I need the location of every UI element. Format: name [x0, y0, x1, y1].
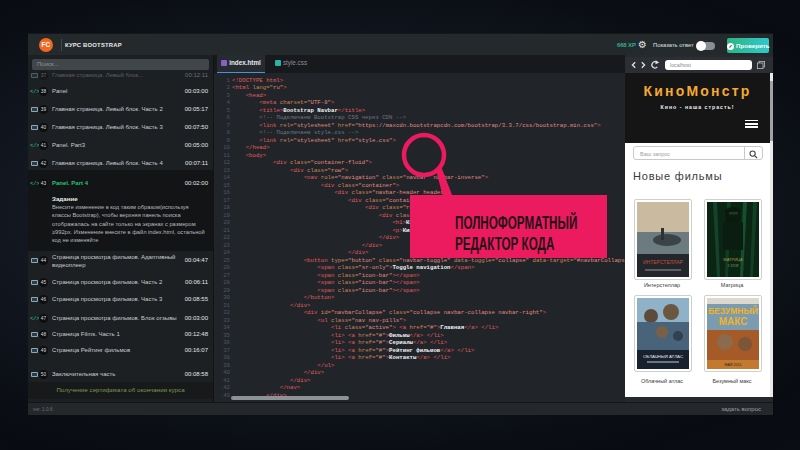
svg-text:МАКС: МАКС	[719, 316, 748, 327]
svg-text:МАТРИЦА: МАТРИЦА	[723, 257, 743, 262]
svg-text:МАЙ 2015: МАЙ 2015	[725, 363, 742, 367]
svg-text:БЕЗУМНЫЙ: БЕЗУМНЫЙ	[708, 305, 758, 316]
svg-text:З ЗЛОЙ: З ЗЛОЙ	[728, 264, 739, 268]
svg-text:ОБЛАЧНЫЙ АТЛАС: ОБЛАЧНЫЙ АТЛАС	[643, 354, 683, 359]
svg-text:ИНТЕРСТЕЛЛАР: ИНТЕРСТЕЛЛАР	[643, 259, 684, 265]
